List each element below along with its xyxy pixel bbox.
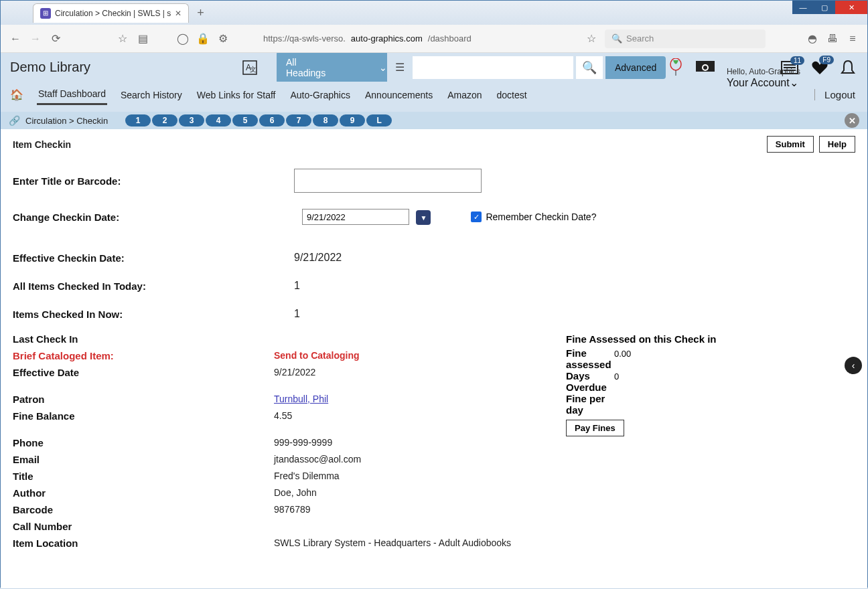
account-block[interactable]: Hello, Auto-Graphics Your Account⌄	[727, 67, 800, 89]
tab-close-button[interactable]: ✕	[175, 9, 182, 18]
back-button[interactable]: ←	[9, 33, 22, 45]
database-icon[interactable]: ☰	[390, 61, 410, 74]
window-maximize-button[interactable]: ▢	[814, 1, 835, 14]
list-badge: 11	[790, 56, 804, 65]
url-domain: auto-graphics.com	[351, 33, 423, 44]
permissions-icon[interactable]: ⚙	[216, 32, 230, 45]
quick-tab-1[interactable]: 1	[125, 114, 151, 127]
label-barcode: Barcode	[13, 504, 153, 521]
search-placeholder: Search	[626, 33, 654, 44]
label-change-date: Change Checkin Date:	[13, 212, 294, 223]
submit-button[interactable]: Submit	[767, 136, 814, 153]
library-icon[interactable]: ▤	[136, 32, 149, 45]
hamburger-menu-icon[interactable]: ≡	[846, 33, 859, 45]
label-fine-per-day: Fine per day	[566, 393, 614, 416]
window-minimize-button[interactable]: —	[792, 1, 814, 14]
browser-tab[interactable]: ⊞ Circulation > Checkin | SWLS | s ✕	[33, 3, 189, 23]
forward-button[interactable]: →	[29, 33, 42, 45]
breadcrumb-text[interactable]: Circulation > Checkin	[25, 116, 108, 126]
quick-tab-4[interactable]: 4	[206, 114, 231, 127]
quick-tab-7[interactable]: 7	[286, 114, 311, 127]
heading-dropdown-label: All Headings	[286, 57, 326, 78]
shield-icon[interactable]: ◯	[176, 32, 190, 45]
label-fine-balance: Fine Balance	[13, 410, 153, 437]
bell-icon[interactable]	[841, 60, 855, 76]
label-patron: Patron	[13, 394, 153, 410]
search-button[interactable]: 🔍	[576, 56, 603, 79]
new-tab-button[interactable]: +	[197, 6, 204, 20]
nav-announcements[interactable]: Announcements	[364, 86, 434, 104]
nav-amazon[interactable]: Amazon	[446, 86, 483, 104]
home-icon[interactable]: 🏠	[9, 84, 25, 105]
favorites-heart-icon[interactable]: F9	[811, 60, 828, 76]
label-call-number: Call Number	[13, 521, 153, 537]
chevron-down-icon: ⌄	[790, 77, 798, 88]
heading-dropdown[interactable]: All Headings ⌄	[277, 53, 387, 84]
print-icon[interactable]: 🖶	[826, 33, 839, 45]
language-icon[interactable]: A文	[242, 60, 258, 76]
nav-web-links[interactable]: Web Links for Staff	[196, 86, 277, 104]
label-all-today: All Items Checked In Today:	[13, 280, 294, 292]
value-barcode: 9876789	[274, 504, 569, 521]
help-book-icon[interactable]	[695, 60, 716, 76]
remember-date-checkbox[interactable]: ✓	[471, 212, 482, 222]
reload-button[interactable]: ⟳	[49, 32, 62, 45]
value-title: Fred's Dilemma	[274, 471, 569, 487]
nav-staff-dashboard[interactable]: Staff Dashboard	[37, 84, 107, 105]
value-days-overdue: 0	[614, 370, 619, 393]
panel-close-button[interactable]: ✕	[845, 113, 859, 128]
bookmark-icon[interactable]: ☆	[585, 32, 598, 45]
chain-icon: 🔗	[9, 115, 20, 126]
barcode-input[interactable]	[294, 169, 482, 193]
patron-link[interactable]: Turnbull, Phil	[274, 394, 328, 404]
value-all-today: 1	[294, 280, 300, 292]
main-nav: 🏠 Staff Dashboard Search History Web Lin…	[1, 82, 867, 112]
advanced-search-button[interactable]: Advanced	[605, 56, 666, 79]
pay-fines-button[interactable]: Pay Fines	[566, 420, 624, 436]
side-collapse-button[interactable]: ‹	[845, 357, 862, 374]
tab-favicon-icon: ⊞	[40, 8, 51, 19]
label-days-overdue: Days Overdue	[566, 370, 614, 393]
page-body: Item Checkin Submit Help Enter Title or …	[1, 129, 867, 567]
quick-tab-8[interactable]: 8	[313, 114, 338, 127]
nav-auto-graphics[interactable]: Auto-Graphics	[289, 86, 352, 104]
label-checked-now: Items Checked In Now:	[13, 309, 294, 320]
value-item-location: SWLS Library System - Headquarters - Adu…	[274, 537, 569, 564]
balloon-icon[interactable]	[669, 58, 682, 77]
svg-point-7	[703, 66, 707, 70]
label-remember-date: Remember Checkin Date?	[486, 212, 596, 222]
quick-tab-9[interactable]: 9	[340, 114, 365, 127]
chevron-down-icon: ⌄	[379, 62, 387, 73]
logout-link[interactable]: Logout	[814, 89, 855, 100]
value-effective-date: 9/21/2022	[294, 252, 342, 264]
quick-tab-2[interactable]: 2	[152, 114, 177, 127]
label-email: Email	[13, 454, 153, 471]
label-effective-date-2: Effective Date	[13, 367, 153, 394]
browser-toolbar: ← → ⟳ ☆ ▤ ◯ 🔒 ⚙ https://qa-swls-verso.au…	[1, 25, 867, 53]
catalog-search-input[interactable]	[413, 56, 573, 79]
quick-tab-6[interactable]: 6	[259, 114, 285, 127]
window-close-button[interactable]: ✕	[835, 1, 867, 14]
nav-doctest[interactable]: doctest	[496, 86, 528, 104]
quick-tab-5[interactable]: 5	[232, 114, 258, 127]
library-name: Demo Library	[10, 60, 90, 75]
help-button[interactable]: Help	[819, 136, 855, 153]
browser-search-input[interactable]: 🔍 Search	[605, 29, 766, 48]
pocket-icon[interactable]: ◓	[806, 32, 819, 45]
value-effective-date-2: 9/21/2022	[274, 367, 569, 394]
address-bar[interactable]: https://qa-swls-verso.auto-graphics.com/…	[263, 33, 472, 44]
breadcrumb-bar: 🔗 Circulation > Checkin 1 2 3 4 5 6 7 8 …	[1, 112, 867, 129]
label-last-checkin: Last Check In	[13, 333, 153, 350]
value-fine-balance: 4.55	[274, 410, 569, 437]
bookmark-star-icon[interactable]: ☆	[116, 32, 129, 45]
quick-tab-L[interactable]: L	[366, 114, 392, 127]
date-picker-button[interactable]: ▼	[416, 210, 431, 225]
page-title: Item Checkin	[13, 139, 71, 150]
nav-search-history[interactable]: Search History	[119, 86, 184, 104]
value-phone: 999-999-9999	[274, 437, 569, 454]
label-enter-barcode: Enter Title or Barcode:	[13, 175, 294, 187]
quick-tab-3[interactable]: 3	[179, 114, 204, 127]
account-link: Your Account	[727, 77, 790, 88]
label-fine-assessed: Fine assessed	[566, 347, 614, 370]
checkin-date-input[interactable]	[302, 209, 409, 225]
